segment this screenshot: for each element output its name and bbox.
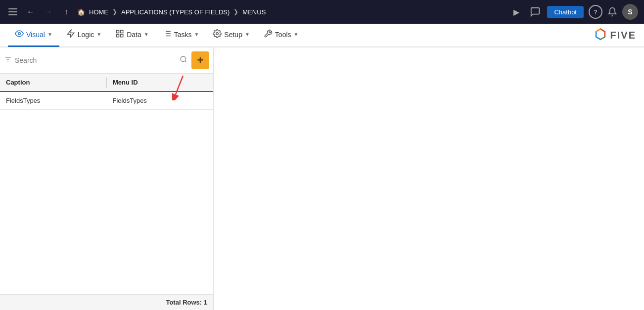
table-row[interactable]: FieldsTypes FieldsTypes xyxy=(0,92,213,110)
help-button[interactable]: ? xyxy=(589,5,602,19)
tasks-icon xyxy=(163,29,172,40)
five-logo: FIVE xyxy=(593,27,636,43)
visual-dropdown-arrow: ▼ xyxy=(47,32,52,37)
breadcrumb-home[interactable]: HOME xyxy=(89,8,108,16)
chat-icon[interactable] xyxy=(528,5,542,19)
tab-setup[interactable]: Setup ▼ xyxy=(206,23,257,47)
setup-dropdown-arrow: ▼ xyxy=(245,32,250,37)
logic-dropdown-arrow: ▼ xyxy=(96,32,101,37)
top-nav-left: ← → ↑ 🏠 HOME ❯ APPLICATIONS (TYPES OF FI… xyxy=(6,7,506,16)
svg-rect-4 xyxy=(121,34,123,37)
search-input[interactable] xyxy=(15,56,176,64)
top-nav-right: ▶ Chatbot ? S xyxy=(509,4,638,20)
breadcrumb: 🏠 HOME ❯ APPLICATIONS (TYPES OF FIELDS) … xyxy=(77,8,266,16)
tab-data-label: Data xyxy=(127,31,141,39)
notification-icon[interactable] xyxy=(607,7,617,17)
svg-rect-3 xyxy=(121,30,123,33)
svg-marker-1 xyxy=(67,30,74,37)
five-logo-text: FIVE xyxy=(610,30,636,41)
tasks-dropdown-arrow: ▼ xyxy=(194,32,199,37)
svg-point-16 xyxy=(181,56,186,62)
table-header: Caption Menu ID xyxy=(0,74,213,92)
main-content: + Caption Menu ID Fie xyxy=(0,47,644,310)
tab-tasks-label: Tasks xyxy=(174,31,192,39)
tab-logic[interactable]: Logic ▼ xyxy=(59,23,108,47)
tools-icon xyxy=(264,29,273,40)
second-nav: Visual ▼ Logic ▼ Data ▼ xyxy=(0,24,644,47)
breadcrumb-sep-1: ❯ xyxy=(112,8,117,15)
up-button[interactable]: ↑ xyxy=(59,7,73,16)
filter-icon[interactable] xyxy=(4,55,12,65)
svg-point-12 xyxy=(216,32,219,35)
left-panel: + Caption Menu ID Fie xyxy=(0,47,214,310)
breadcrumb-sep-2: ❯ xyxy=(233,8,238,15)
svg-line-17 xyxy=(185,61,186,62)
logic-icon xyxy=(66,29,75,40)
tab-logic-label: Logic xyxy=(78,31,94,39)
chatbot-button[interactable]: Chatbot xyxy=(547,6,584,18)
total-rows-label: Total Rows: 1 xyxy=(166,299,207,306)
row-menu-id: FieldsTypes xyxy=(107,92,214,109)
setup-icon xyxy=(213,29,222,40)
tab-visual-label: Visual xyxy=(26,31,45,39)
avatar[interactable]: S xyxy=(622,4,638,20)
forward-button[interactable]: → xyxy=(42,7,55,16)
svg-rect-5 xyxy=(116,34,119,37)
breadcrumb-menus[interactable]: MENUS xyxy=(242,8,266,16)
row-caption: FieldsTypes xyxy=(0,92,107,109)
tab-visual[interactable]: Visual ▼ xyxy=(8,23,59,47)
right-panel xyxy=(214,47,644,310)
play-button[interactable]: ▶ xyxy=(509,5,523,19)
five-logo-icon xyxy=(593,27,608,43)
visual-icon xyxy=(15,29,24,40)
svg-point-0 xyxy=(18,32,21,35)
table-footer: Total Rows: 1 xyxy=(0,294,213,310)
add-button[interactable]: + xyxy=(191,51,209,69)
search-button[interactable] xyxy=(179,54,188,66)
tab-data[interactable]: Data ▼ xyxy=(108,23,155,47)
top-nav: ← → ↑ 🏠 HOME ❯ APPLICATIONS (TYPES OF FI… xyxy=(0,0,644,24)
back-button[interactable]: ← xyxy=(24,7,38,16)
home-icon: 🏠 xyxy=(77,8,85,16)
data-dropdown-arrow: ▼ xyxy=(144,32,149,37)
tab-setup-label: Setup xyxy=(224,31,242,39)
tools-dropdown-arrow: ▼ xyxy=(294,32,299,37)
hamburger-menu[interactable] xyxy=(6,8,20,15)
tab-tools[interactable]: Tools ▼ xyxy=(257,23,306,47)
search-bar: + xyxy=(0,47,213,74)
data-icon xyxy=(115,29,124,40)
column-menu-id: Menu ID xyxy=(107,74,213,91)
svg-rect-2 xyxy=(116,30,119,33)
breadcrumb-applications[interactable]: APPLICATIONS (TYPES OF FIELDS) xyxy=(121,8,230,16)
column-caption: Caption xyxy=(0,74,106,91)
tab-tools-label: Tools xyxy=(275,31,291,39)
tab-tasks[interactable]: Tasks ▼ xyxy=(156,23,206,47)
